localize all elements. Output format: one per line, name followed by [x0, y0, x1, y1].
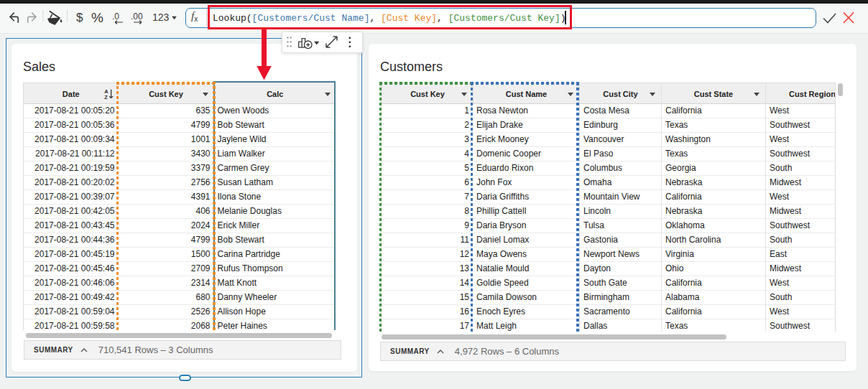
svg-text:Z: Z	[104, 94, 108, 100]
svg-text:123: 123	[152, 11, 170, 23]
svg-text:.00: .00	[131, 11, 143, 22]
svg-text:$: $	[76, 11, 83, 24]
svg-text:.0: .0	[112, 11, 119, 22]
svg-text:%: %	[91, 10, 103, 25]
